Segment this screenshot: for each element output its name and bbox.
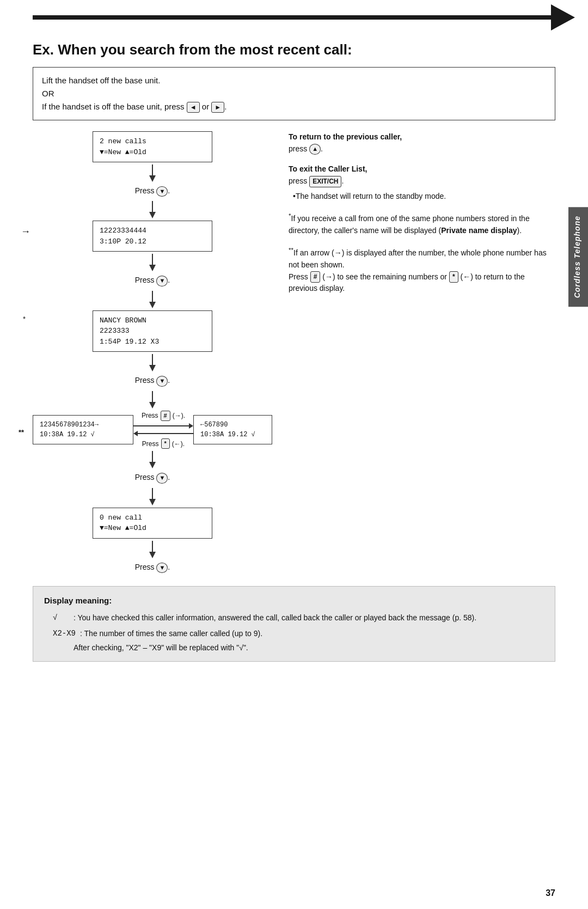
exit-block: To exit the Caller List, press EXIT/CH. … xyxy=(289,163,555,202)
display-box-2: 12223334444 3:10P 20.12 xyxy=(93,221,212,252)
display-box-6: 0 new call ▼=New ▲=Old xyxy=(93,508,212,539)
x2x9-text: : The number of times the same caller ca… xyxy=(80,627,262,639)
down-button-1: ▼ xyxy=(156,186,168,197)
display-line: NANCY BROWN xyxy=(100,315,205,326)
display-meaning-title: Display meaning: xyxy=(44,594,544,607)
arrow-4 xyxy=(33,289,272,310)
arrow-3 xyxy=(33,252,272,273)
horiz-arrow-section: 12345678901234→ 10:38A 19.12 √ Press # (… xyxy=(33,411,272,449)
hash-btn: # xyxy=(310,271,321,283)
svg-marker-15 xyxy=(149,499,156,505)
press-label-4: Press ▼. xyxy=(33,473,272,483)
note2-block: **If an arrow (→) is displayed after the… xyxy=(289,245,555,294)
sqrt-text: : You have checked this caller informati… xyxy=(74,612,476,624)
display-line: ▼=New ▲=Old xyxy=(100,523,205,534)
arrow-2 xyxy=(33,199,272,221)
x2x9-label: X2-X9 xyxy=(53,627,76,639)
display-line: 0 new call xyxy=(100,513,205,523)
display-line: 10:38A 19.12 √ xyxy=(40,430,126,440)
svg-marker-17 xyxy=(149,552,156,558)
flow-box-3: * NANCY BROWN 2223333 1:54P 19.12 X3 xyxy=(33,310,272,352)
svg-marker-13 xyxy=(149,462,156,468)
flow-box-2: → 12223334444 3:10P 20.12 xyxy=(33,221,272,252)
intro-box: Lift the handset off the base unit. OR I… xyxy=(33,67,555,120)
star-button: * xyxy=(161,438,170,449)
intro-line1: Lift the handset off the base unit. xyxy=(42,76,160,85)
x2x9-row: X2-X9 : The number of times the same cal… xyxy=(53,627,544,639)
display-line: 2 new calls xyxy=(100,136,205,147)
up-button: ▲ xyxy=(309,144,321,154)
display-line: 10:38A 19.12 √ xyxy=(200,430,265,440)
svg-marker-3 xyxy=(149,212,156,218)
star-btn: * xyxy=(449,271,458,283)
svg-marker-7 xyxy=(149,302,156,308)
display-line: 12345678901234→ xyxy=(40,420,126,430)
down-button-4: ▼ xyxy=(156,473,168,483)
sqrt-row: √ : You have checked this caller informa… xyxy=(53,612,544,624)
display-box-3: NANCY BROWN 2223333 1:54P 19.12 X3 xyxy=(93,310,212,352)
exit-heading: To exit the Caller List, xyxy=(289,164,367,173)
display-line: ▼=New ▲=Old xyxy=(100,147,205,158)
intro-line2: OR xyxy=(42,89,54,98)
display-meaning-content: √ : You have checked this caller informa… xyxy=(53,612,544,654)
flow-box-4-section: ** 12345678901234→ 10:38A 19.12 √ Press … xyxy=(33,411,272,449)
display-meaning-section: Display meaning: √ : You have checked th… xyxy=(33,586,555,662)
flow-diagram: 2 new calls ▼=New ▲=Old Press ▼. → xyxy=(33,131,272,575)
flow-box-1: 2 new calls ▼=New ▲=Old xyxy=(33,131,272,162)
right-instructions: To return to the previous caller, press … xyxy=(289,131,555,303)
dstar-marker: ** xyxy=(19,428,24,436)
page-number: 37 xyxy=(546,888,555,898)
arrow-left xyxy=(133,431,193,436)
arrow-right xyxy=(133,423,193,429)
press-label-1: Press ▼. xyxy=(33,186,272,197)
display-line: 12223334444 xyxy=(100,225,205,236)
display-line: 2223333 xyxy=(100,326,205,337)
press-label-2: Press ▼. xyxy=(33,276,272,286)
down-button-2: ▼ xyxy=(156,276,168,286)
press-label-5: Press ▼. xyxy=(33,563,272,573)
sqrt-label: √ xyxy=(53,612,69,624)
horiz-arrows-mid: Press # (→). xyxy=(133,411,193,449)
arrow-5 xyxy=(33,352,272,374)
svg-marker-5 xyxy=(149,265,156,271)
display-box-1: 2 new calls ▼=New ▲=Old xyxy=(93,131,212,162)
exit-ch-button: EXIT/CH xyxy=(309,176,341,187)
bullet1-text: The handset will return to the standby m… xyxy=(296,192,446,200)
flow-box-6: 0 new call ▼=New ▲=Old xyxy=(33,508,272,539)
down-button-5: ▼ xyxy=(156,563,168,573)
arrow-8 xyxy=(33,486,272,508)
display-line: 3:10P 20.12 xyxy=(100,236,205,247)
display-line: 1:54P 19.12 X3 xyxy=(100,337,205,347)
display-box-5: ←567890 10:38A 19.12 √ xyxy=(193,415,272,444)
right-button: ► xyxy=(211,102,224,113)
left-button: ◄ xyxy=(187,102,200,113)
press-star-label: Press * (←). xyxy=(142,438,185,449)
after-text-content: After checking, "X2" – "X9" will be repl… xyxy=(74,643,248,652)
return-heading: To return to the previous caller, xyxy=(289,132,402,141)
main-title: Ex. When you search from the most recent… xyxy=(33,41,555,58)
note1-block: *If you receive a call from one of the s… xyxy=(289,211,555,236)
press-hash-label: Press # (→). xyxy=(142,411,185,421)
svg-marker-9 xyxy=(149,365,156,371)
svg-marker-11 xyxy=(149,402,156,408)
press-label-3: Press ▼. xyxy=(33,376,272,386)
display-line: ←567890 xyxy=(200,420,265,430)
arrow-marker: → xyxy=(21,226,30,237)
side-tab: Cordless Telephone xyxy=(568,207,588,307)
arrow-9 xyxy=(33,539,272,560)
arrow-7 xyxy=(33,449,272,471)
svg-marker-1 xyxy=(149,175,156,182)
down-button-3: ▼ xyxy=(156,376,168,386)
arrow-1 xyxy=(33,162,272,184)
after-text: After checking, "X2" – "X9" will be repl… xyxy=(74,642,544,654)
display-box-4: 12345678901234→ 10:38A 19.12 √ xyxy=(33,415,133,444)
arrow-6 xyxy=(33,389,272,411)
return-block: To return to the previous caller, press … xyxy=(289,131,555,155)
star-marker-1: * xyxy=(23,315,26,323)
intro-line3: If the handset is off the base unit, pre… xyxy=(42,102,226,111)
hash-button: # xyxy=(161,411,170,421)
